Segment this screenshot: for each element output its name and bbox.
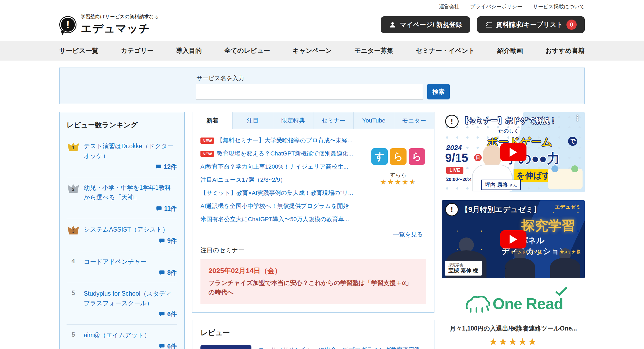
checklist-icon	[485, 21, 493, 28]
keep-count-badge: 0	[566, 20, 577, 30]
review-count: 6件	[67, 310, 177, 318]
seminar-title: フランチャイズ加盟で本当に安心？これからの学習塾は「学習支援＋α」の時代へ	[208, 278, 418, 297]
oneread-ad: One Read 月々1,100円の入退出/保護者連絡ツールOne... ★★★…	[442, 293, 585, 347]
rank-number: 4	[67, 257, 79, 265]
nav-item-monitor[interactable]: モニター募集	[354, 46, 393, 55]
more-options-icon[interactable]: ⋮	[573, 113, 581, 122]
speaker-name-plate: 坪内 康将 さん	[481, 180, 521, 190]
speaker-name-plate: 探究学舎 宝槻 泰伸 様	[445, 261, 482, 276]
check-swoosh-icon	[555, 287, 567, 296]
comment-icon	[159, 343, 165, 349]
service-search-panel: サービス名を入力 検索	[59, 68, 585, 104]
nav-item-purpose[interactable]: 導入目的	[176, 46, 202, 55]
new-badge: NEW	[200, 151, 214, 157]
tab-youtube[interactable]: YouTube	[354, 112, 394, 129]
ranking-item-3: 3 システムASSIST（アシスト） 9件	[67, 219, 177, 251]
search-label: サービス名を入力	[196, 74, 244, 82]
review-count: 6件	[67, 342, 177, 349]
review-count: 12件	[67, 163, 177, 171]
header-buttons: マイページ/ 新規登録 資料請求/キープリスト 0	[381, 16, 585, 33]
nav-item-books[interactable]: おすすめ書籍	[546, 46, 585, 55]
nav-item-videos[interactable]: 紹介動画	[497, 46, 523, 55]
header: ! 学習塾向けサービスの資料請求なら エデュマッチ マイページ/ 新規登録 資料…	[59, 10, 585, 41]
keep-list-button[interactable]: 資料請求/キープリスト 0	[477, 16, 585, 33]
service-search-input[interactable]	[196, 84, 423, 99]
oneread-star-rating: ★★★★★ ★★★★★	[442, 337, 585, 347]
tab-monitor[interactable]: モニター	[394, 112, 434, 129]
news-item[interactable]: 米国有名公立大にChatGPT導入〜50万人規模の教育革...	[200, 215, 362, 223]
review-count: 11件	[67, 205, 177, 213]
video-date: 9/15	[445, 151, 468, 165]
review-count: 9件	[67, 237, 177, 245]
nav-item-services[interactable]: サービス一覧	[59, 46, 98, 55]
ranking-service-link[interactable]: 幼児・小学・中学を1学年1教科から選べる「天神」	[84, 183, 177, 202]
surara-logo: す ら ら	[371, 148, 425, 165]
brand-logo[interactable]: ! 学習塾向けサービスの資料請求なら エデュマッチ	[59, 13, 159, 36]
oneread-logo[interactable]: One Read	[464, 293, 563, 314]
nav-item-category[interactable]: カテゴリー	[121, 46, 153, 55]
speech-bubble-logo-icon: !	[59, 16, 76, 33]
ranking-service-link[interactable]: aim@（エイムアット）	[84, 331, 177, 340]
rank-number: 5	[67, 331, 79, 338]
view-all-link[interactable]: 一覧を見る	[192, 228, 434, 239]
news-item[interactable]: AI教育革命？学力向上率1200%！ナイジェリア高校生...	[200, 163, 362, 171]
search-button[interactable]: 検索	[427, 84, 450, 99]
comment-icon	[159, 270, 165, 276]
gold-crown-icon: 1	[67, 142, 79, 161]
comment-icon	[155, 164, 162, 170]
news-item[interactable]: 注目AIニュース17選（2/3~2/9）	[200, 176, 362, 184]
nav-item-reviews[interactable]: 全てのレビュー	[224, 46, 270, 55]
youtube-video-eduzemi[interactable]: ! エデュゼミ 【9月特別エデュゼミ】 探究学習 夢のパネル ディスカッション …	[442, 200, 585, 278]
ranking-item-5: 5 Studyplus for School（スタディプラスフォースクール） 6…	[67, 283, 177, 325]
ranking-item-6: 5 aim@（エイムアット） 6件	[67, 325, 177, 349]
featured-seminar-heading: 注目のセミナー	[200, 246, 426, 254]
brand-name: エデュマッチ	[81, 21, 159, 36]
bronze-crown-icon: 3	[67, 225, 79, 235]
link-privacy-policy[interactable]: プライバシーポリシー	[470, 3, 522, 10]
news-tabs: 新着 注目 限定特典 セミナー YouTube モニター	[192, 112, 434, 129]
surara-ad[interactable]: す ら ら すらら ★★★★★ ★★★★★	[371, 148, 425, 186]
nav-item-campaign[interactable]: キャンペーン	[292, 46, 332, 55]
code-adventure-logo[interactable]: コードアドベンチャー	[200, 345, 251, 349]
news-item[interactable]: NEW 【無料セミナー】大学受験指導のプロ育成〜未経...	[200, 136, 362, 144]
youtube-video-boardgame[interactable]: ! ⋮ 【セミナー】ボドゲで解説！ たのしく ボードゲーム で 子の●●力 を伸…	[442, 112, 585, 192]
surara-name: すらら	[371, 171, 425, 179]
video-title-overlay: 【9月特別エデュゼミ】	[461, 205, 541, 215]
kids-illustration	[548, 169, 583, 189]
tab-new[interactable]: 新着	[192, 112, 233, 129]
rank-number: 5	[67, 289, 79, 297]
silver-crown-icon: 2	[67, 183, 79, 202]
featured-seminar-card[interactable]: 2025年02月14日（金） フランチャイズ加盟で本当に安心？これからの学習塾は…	[200, 259, 426, 304]
comment-icon	[159, 311, 165, 317]
video-title-overlay: 【セミナー】ボドゲで解説！	[461, 116, 557, 125]
ranking-service-link[interactable]: システムASSIST（アシスト）	[84, 225, 177, 235]
youtube-play-button[interactable]	[500, 143, 526, 161]
ranking-service-link[interactable]: コードアドベンチャー	[84, 257, 177, 267]
ranking-service-link[interactable]: Studyplus for School（スタディプラスフォースクール）	[84, 289, 177, 308]
review-excerpt-link[interactable]: コードアドベンチャーに出会ってプログラミング教育否定派の僕がプログラミング教育賛…	[258, 345, 426, 349]
ranking-service-link[interactable]: テスト演習はDr.okke（ドクターオッケ）	[84, 142, 177, 161]
news-item[interactable]: NEW 教育現場を変える？ChatGPT新機能で個別最適化...	[200, 150, 362, 158]
news-item[interactable]: AI通訳機を全国小中学校へ！無償提供プログラムを開始	[200, 202, 362, 210]
seminar-date: 2025年02月14日（金）	[208, 266, 418, 276]
edumatch-logo-icon: !	[445, 203, 459, 216]
tab-featured[interactable]: 注目	[233, 112, 273, 129]
tab-limited-offer[interactable]: 限定特典	[273, 112, 313, 129]
ranking-list: 1 テスト演習はDr.okke（ドクターオッケ） 12件 2	[67, 136, 177, 349]
mypage-button[interactable]: マイページ/ 新規登録	[381, 16, 470, 33]
youtube-play-button[interactable]	[500, 230, 526, 248]
dog-icon	[464, 293, 492, 314]
top-bar: 運営会社 プライバシーポリシー サービス掲載について ! 学習塾向けサービスの資…	[0, 0, 644, 41]
nav-item-seminar[interactable]: セミナー・イベント	[416, 46, 475, 55]
link-listing-info[interactable]: サービス掲載について	[533, 3, 585, 10]
brand-tagline: 学習塾向けサービスの資料請求なら	[81, 13, 159, 20]
oneread-description[interactable]: 月々1,100円の入退出/保護者連絡ツールOne...	[442, 324, 585, 333]
speaker-label: サステナ 様	[560, 250, 580, 255]
video-time: 20:00〜20:45	[446, 176, 474, 183]
link-company[interactable]: 運営会社	[439, 3, 459, 10]
tab-seminar[interactable]: セミナー	[313, 112, 354, 129]
main-nav: サービス一覧 カテゴリー 導入目的 全てのレビュー キャンペーン モニター募集 …	[0, 41, 644, 61]
news-item[interactable]: 【サミット】教育×AI実践事例の集大成！教育現場の”リ...	[200, 189, 362, 197]
review-ranking-panel: レビュー数ランキング 1 テスト演習はDr.okke（ドクターオッケ） 12件	[59, 112, 185, 349]
user-icon	[389, 21, 396, 28]
